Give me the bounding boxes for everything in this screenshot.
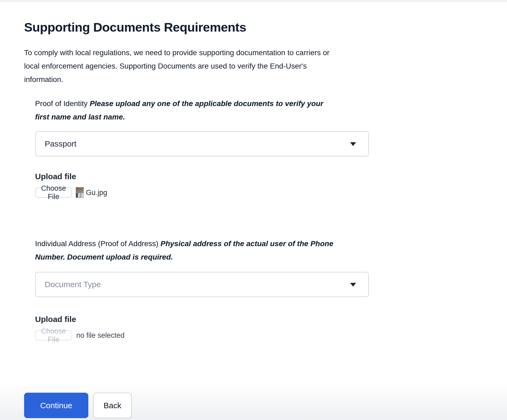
identity-choose-file-button[interactable]: Choose File bbox=[35, 188, 72, 198]
individual-address-label-prefix: Individual Address (Proof of Address) bbox=[35, 239, 160, 248]
page-description: To comply with local regulations, we nee… bbox=[24, 46, 507, 86]
identity-file-input: Choose File Gu.jpg bbox=[35, 187, 507, 198]
identity-document-type-value: Passport bbox=[45, 139, 76, 148]
address-document-type-placeholder: Document Type bbox=[45, 280, 101, 289]
proof-of-identity-instructions: first name and last name. bbox=[35, 113, 125, 121]
identity-upload-block: Upload file Choose File Gu.jpg bbox=[35, 172, 507, 198]
individual-address-label: Individual Address (Proof of Address) Ph… bbox=[35, 237, 507, 264]
individual-address-instructions: Physical address of the actual user of t… bbox=[160, 239, 333, 248]
chevron-down-icon bbox=[350, 283, 356, 287]
form-actions: Continue Back bbox=[24, 393, 507, 418]
address-file-input: Choose File no file selected bbox=[35, 330, 507, 341]
description-line: To comply with local regulations, we nee… bbox=[24, 46, 507, 59]
proof-of-identity-label: Proof of Identity Please upload any one … bbox=[35, 97, 507, 124]
page-title: Supporting Documents Requirements bbox=[24, 20, 507, 35]
proof-of-identity-section: Proof of Identity Please upload any one … bbox=[35, 97, 507, 124]
address-upload-file-label: Upload file bbox=[35, 315, 507, 324]
description-line: information. bbox=[24, 73, 507, 86]
proof-of-identity-label-prefix: Proof of Identity bbox=[35, 99, 90, 108]
identity-document-type-select[interactable]: Passport bbox=[35, 131, 369, 156]
individual-address-instructions: Number. Document upload is required. bbox=[35, 253, 173, 261]
continue-button[interactable]: Continue bbox=[24, 393, 88, 418]
address-document-type-select[interactable]: Document Type bbox=[35, 272, 369, 297]
address-choose-file-button: Choose File bbox=[35, 330, 72, 340]
supporting-documents-page: Supporting Documents Requirements To com… bbox=[0, 20, 507, 418]
chevron-down-icon bbox=[350, 142, 356, 146]
selected-file-thumbnail bbox=[76, 187, 84, 198]
identity-upload-file-label: Upload file bbox=[35, 172, 507, 181]
address-upload-block: Upload file Choose File no file selected bbox=[35, 315, 507, 341]
back-button[interactable]: Back bbox=[93, 393, 132, 418]
address-file-status: no file selected bbox=[76, 331, 124, 340]
browser-top-strip bbox=[0, 0, 507, 2]
identity-selected-file-name: Gu.jpg bbox=[86, 189, 107, 197]
proof-of-identity-instructions: Please upload any one of the applicable … bbox=[90, 99, 323, 108]
description-line: local enforcement agencies. Supporting D… bbox=[24, 59, 507, 73]
individual-address-section: Individual Address (Proof of Address) Ph… bbox=[35, 237, 507, 264]
